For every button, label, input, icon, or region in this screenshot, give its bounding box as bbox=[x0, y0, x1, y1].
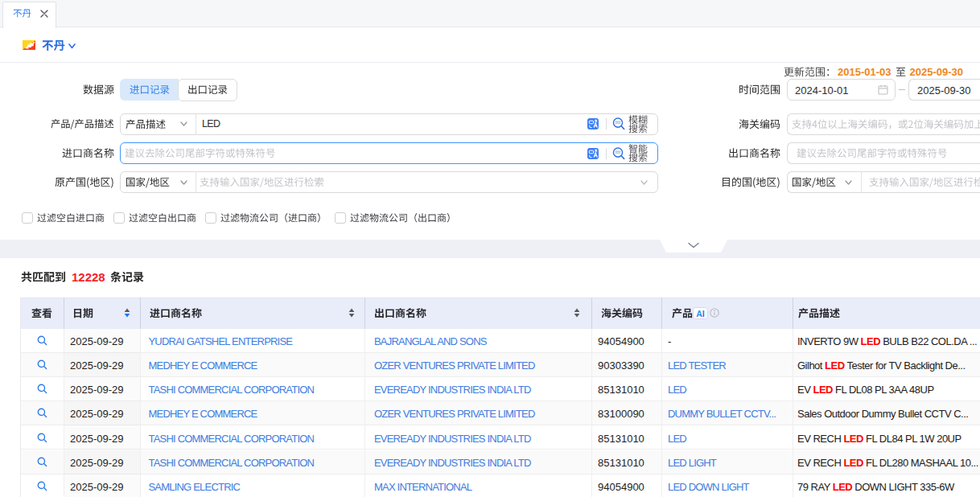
svg-text:AI: AI bbox=[696, 308, 705, 318]
